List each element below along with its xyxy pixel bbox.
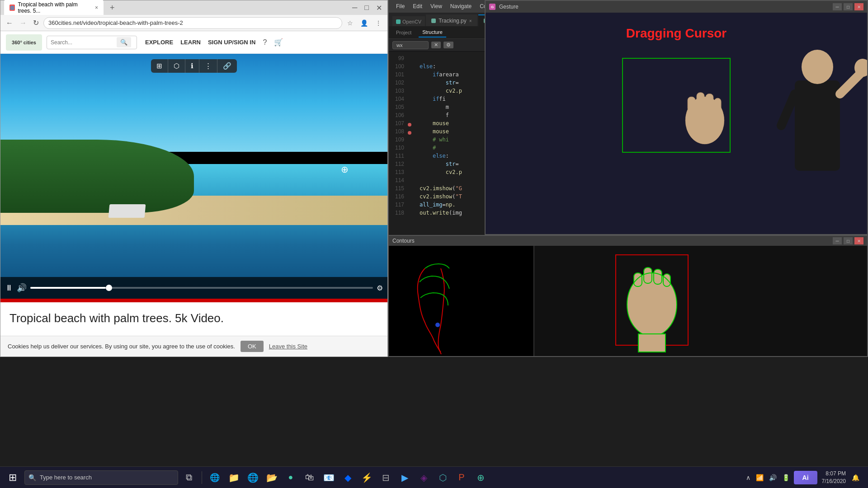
browser-tab[interactable]: 🌐 Tropical beach with palm trees. 5... × [4,0,104,16]
dropbox-icon[interactable]: ◆ [340,469,356,486]
video-toolbar: ⊞ ⬡ ℹ ⋮ 🔗 [151,59,237,73]
cookie-leave-button[interactable]: Leave this Site [269,343,307,350]
reload-button[interactable]: ↻ [31,18,41,28]
system-clock[interactable]: 8:07 PM 7/16/2020 [820,470,848,485]
browser-window: 🌐 Tropical beach with palm trees. 5... ×… [0,0,388,357]
more-button[interactable]: ⋮ [199,59,217,73]
menu-file[interactable]: File [392,2,408,10]
video-container: ⊕ ⊞ ⬡ ℹ ⋮ 🔗 ⏸ 🔊 ⚙ [0,54,387,299]
fullscreen-button[interactable]: ⊞ [151,59,168,73]
contours-close-button[interactable]: ✕ [854,237,863,244]
gesture-hand [669,62,741,153]
ppt-icon[interactable]: P [453,469,470,486]
taskbar-separator-1 [202,471,202,484]
ide-search-input[interactable] [392,41,429,49]
forward-button[interactable]: → [18,18,28,28]
video-controls: ⏸ 🔊 ⚙ [0,277,387,299]
contours-maximize-button[interactable]: □ [844,237,853,244]
gesture-minimize-button[interactable]: ─ [833,3,842,10]
vr-button[interactable]: ⬡ [168,59,185,73]
move-cursor-icon: ⊕ [341,164,349,175]
tray-battery-icon[interactable]: 🔋 [781,474,791,481]
tool1-icon[interactable]: ⬡ [434,469,451,486]
back-button[interactable]: ← [4,18,15,28]
tab-tracking-close[interactable]: × [469,19,472,23]
browser2-icon[interactable]: 🌐 [245,469,261,486]
search-input[interactable] [51,39,114,46]
tab-tracking-label: Tracking.py [439,18,467,24]
taskview-button[interactable]: ⧉ [181,469,197,486]
contours-right-panel [534,246,867,356]
nav-signup[interactable]: SIGN UP/SIGN IN [208,39,255,46]
user-button[interactable]: 👤 [358,19,370,28]
address-bar[interactable]: 360cities.net/video/tropical-beach-with-… [43,17,342,29]
nav-learn[interactable]: LEARN [180,39,201,46]
subtab-structure[interactable]: Structure [419,28,446,38]
site-nav: EXPLORE LEARN SIGN UP/SIGN IN [145,39,255,46]
video-boat [108,204,146,218]
close-window-button[interactable]: ✕ [374,3,384,13]
edge-icon[interactable]: 🌐 [207,469,223,486]
contours-minimize-button[interactable]: ─ [833,237,842,244]
chrome-icon[interactable]: ● [283,469,299,486]
pycharm-icon[interactable]: ▶ [396,469,413,486]
gesture-close-button[interactable]: ✕ [854,3,863,10]
cart-icon[interactable]: 🛒 [274,38,283,47]
svg-rect-13 [534,246,706,354]
site-logo[interactable]: 360° cities [6,34,42,51]
bookmark-button[interactable]: ☆ [345,19,355,28]
tab-opencv[interactable]: OpenCV [392,16,425,26]
progress-thumb [106,285,112,291]
menu-navigate[interactable]: Navigate [447,2,475,10]
volume-button[interactable]: 🔊 [17,283,27,293]
vs-icon[interactable]: ◈ [415,469,432,486]
search-button[interactable]: 🔍 [117,37,131,47]
menu-button[interactable]: ⋮ [373,19,384,28]
notification-icon[interactable]: 🔔 [850,474,861,481]
progress-bar[interactable] [30,287,373,289]
files-icon[interactable]: 📂 [264,469,280,486]
svg-point-5 [685,97,724,144]
svg-rect-6 [795,80,840,171]
gesture-window-icon: G [489,4,495,10]
menu-edit[interactable]: Edit [409,2,426,10]
contour-drawing [389,246,533,354]
task-icon[interactable]: ⊟ [377,469,394,486]
app2-icon[interactable]: ⊕ [472,469,489,486]
help-icon[interactable]: ? [263,38,267,47]
maximize-button[interactable]: □ [363,3,371,13]
person-drawing [768,35,867,193]
ide-settings-button[interactable]: ⚙ [443,42,453,48]
tab-title: Tropical beach with palm trees. 5... [18,1,92,14]
gesture-label: Dragging Cursor [626,26,726,41]
minimize-button[interactable]: ─ [350,3,359,13]
site-search[interactable]: 🔍 [47,36,137,49]
store-icon[interactable]: 🛍 [302,469,318,486]
tray-network-icon[interactable]: 📶 [755,474,765,481]
subtab-project[interactable]: Project [392,28,415,37]
share-button[interactable]: 🔗 [217,59,237,73]
start-button[interactable]: ⊞ [4,469,22,487]
ide-search-button[interactable]: ✕ [431,42,441,48]
info-button[interactable]: ℹ [185,59,199,73]
ai-badge[interactable]: Ai [794,471,817,484]
video-settings-button[interactable]: ⚙ [377,284,383,292]
svg-rect-16 [634,273,642,286]
mail-icon[interactable]: 📧 [321,469,337,486]
gesture-maximize-button[interactable]: □ [844,3,853,10]
tray-up-icon[interactable]: ∧ [745,474,752,481]
nav-explore[interactable]: EXPLORE [145,39,173,46]
cookie-ok-button[interactable]: OK [241,341,264,352]
app1-icon[interactable]: ⚡ [359,469,375,486]
new-tab-button[interactable]: + [107,3,118,13]
taskbar-search-box[interactable]: 🔍 Type here to search [24,470,178,485]
menu-view[interactable]: View [427,2,446,10]
clock-date: 7/16/2020 [822,478,846,485]
system-tray: ∧ 📶 🔊 🔋 Ai 8:07 PM 7/16/2020 🔔 [745,470,864,485]
tab-close-button[interactable]: × [95,5,98,11]
gesture-window-controls: ─ □ ✕ [833,3,863,10]
pause-button[interactable]: ⏸ [5,283,13,293]
tray-speaker-icon[interactable]: 🔊 [768,474,778,481]
explorer-icon[interactable]: 📁 [226,469,242,486]
tab-tracking[interactable]: Tracking.py × [426,14,477,26]
